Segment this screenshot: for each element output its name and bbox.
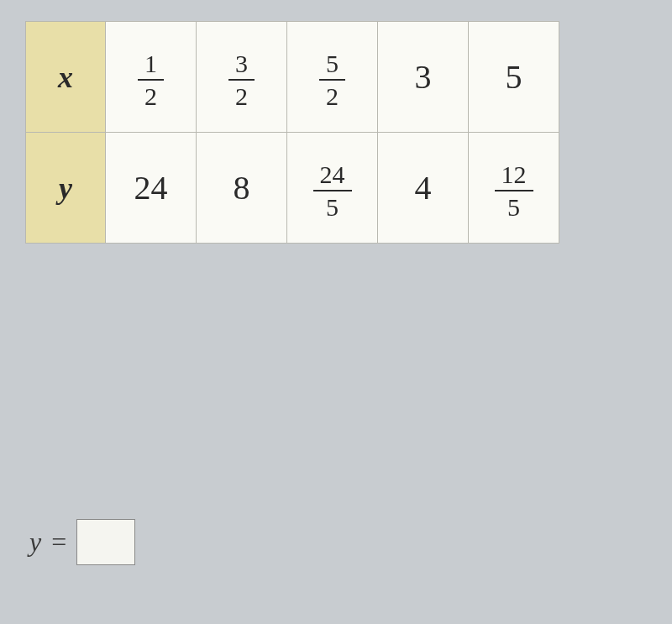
fraction-value: 1 2 bbox=[138, 50, 164, 110]
table-cell: 1 2 bbox=[106, 22, 197, 133]
row-header-x: x bbox=[26, 22, 106, 133]
numerator: 3 bbox=[228, 50, 255, 81]
data-table-container: x 1 2 3 2 5 2 3 bbox=[25, 21, 655, 244]
whole-value: 24 bbox=[134, 169, 168, 207]
table-cell: 8 bbox=[197, 133, 287, 244]
whole-value: 4 bbox=[415, 169, 432, 207]
table-cell: 12 5 bbox=[469, 133, 559, 244]
table-cell: 24 bbox=[106, 133, 197, 244]
answer-input[interactable] bbox=[76, 519, 135, 565]
numerator: 24 bbox=[313, 160, 352, 191]
equation-row: y = bbox=[29, 519, 135, 565]
table-cell: 5 2 bbox=[287, 22, 378, 133]
table-row: x 1 2 3 2 5 2 3 bbox=[26, 22, 559, 133]
denominator: 5 bbox=[319, 191, 345, 221]
fraction-value: 12 5 bbox=[495, 160, 533, 221]
whole-value: 3 bbox=[415, 58, 432, 96]
denominator: 2 bbox=[319, 81, 345, 110]
numerator: 5 bbox=[319, 50, 345, 81]
table-cell: 3 2 bbox=[197, 22, 287, 133]
table-row: y 24 8 24 5 4 12 5 bbox=[26, 133, 559, 244]
fraction-value: 3 2 bbox=[228, 50, 255, 110]
numerator: 1 bbox=[138, 50, 164, 81]
fraction-value: 24 5 bbox=[313, 160, 352, 221]
numerator: 12 bbox=[495, 160, 533, 191]
whole-value: 8 bbox=[234, 169, 250, 207]
whole-value: 5 bbox=[506, 58, 522, 96]
table-cell: 24 5 bbox=[287, 133, 378, 244]
table-cell: 3 bbox=[378, 22, 469, 133]
fraction-value: 5 2 bbox=[319, 50, 345, 110]
denominator: 2 bbox=[138, 81, 164, 110]
table-cell: 4 bbox=[378, 133, 469, 244]
xy-table: x 1 2 3 2 5 2 3 bbox=[25, 21, 559, 244]
row-header-y: y bbox=[26, 133, 106, 244]
denominator: 5 bbox=[501, 191, 527, 221]
denominator: 2 bbox=[228, 81, 255, 110]
table-cell: 5 bbox=[469, 22, 559, 133]
equals-sign: = bbox=[51, 527, 66, 558]
equation-variable: y bbox=[29, 527, 41, 558]
